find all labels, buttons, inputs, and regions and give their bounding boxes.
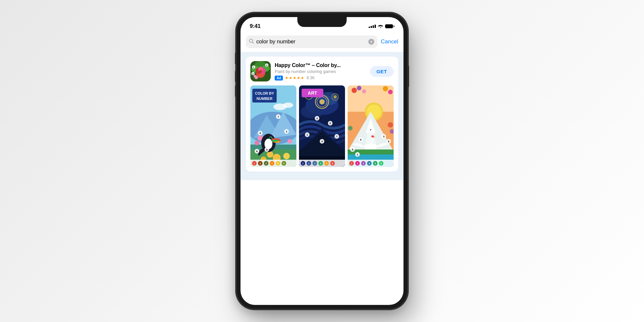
search-clear-button[interactable]: × bbox=[368, 39, 374, 45]
svg-text:4: 4 bbox=[369, 162, 370, 165]
svg-point-32 bbox=[255, 141, 259, 145]
app-rating-count: 8.3K bbox=[307, 76, 315, 80]
svg-text:5: 5 bbox=[375, 162, 376, 165]
search-area: color by number × Cancel bbox=[241, 33, 403, 52]
svg-point-71 bbox=[319, 99, 325, 104]
svg-point-38 bbox=[271, 137, 271, 138]
screenshot-3[interactable]: 7 5 3 1 5 6 bbox=[348, 85, 394, 167]
svg-text:5: 5 bbox=[260, 132, 261, 135]
wifi-icon bbox=[378, 24, 383, 29]
scene: 9:41 bbox=[0, 0, 644, 322]
svg-text:NUMBER: NUMBER bbox=[257, 97, 272, 101]
svg-point-121 bbox=[371, 135, 374, 137]
svg-point-106 bbox=[352, 88, 357, 93]
svg-point-75 bbox=[334, 95, 337, 99]
signal-bars-icon bbox=[369, 25, 376, 28]
svg-text:3: 3 bbox=[253, 66, 254, 68]
svg-point-109 bbox=[383, 86, 388, 91]
svg-point-10 bbox=[259, 70, 262, 73]
svg-text:2: 2 bbox=[260, 162, 261, 165]
svg-text:6: 6 bbox=[332, 162, 333, 165]
svg-text:2: 2 bbox=[357, 162, 358, 165]
svg-point-107 bbox=[357, 86, 361, 90]
svg-text:3: 3 bbox=[265, 162, 267, 165]
svg-text:5: 5 bbox=[360, 138, 362, 141]
svg-point-136 bbox=[348, 126, 353, 130]
screenshot-2[interactable]: 3 5 1 7 4 ART bbox=[299, 85, 345, 167]
signal-bar-4 bbox=[375, 25, 376, 28]
svg-point-118 bbox=[364, 144, 377, 149]
app-subtitle: Paint by number coloring games bbox=[275, 69, 366, 74]
svg-text:3: 3 bbox=[314, 162, 315, 165]
svg-text:6: 6 bbox=[388, 140, 390, 143]
svg-point-108 bbox=[362, 89, 366, 93]
svg-point-33 bbox=[288, 139, 292, 144]
svg-text:7: 7 bbox=[278, 115, 279, 118]
svg-text:3: 3 bbox=[286, 130, 288, 133]
signal-bar-3 bbox=[373, 25, 374, 28]
svg-line-1 bbox=[252, 42, 254, 43]
app-stars: ★★★★★ bbox=[285, 76, 305, 80]
app-card[interactable]: 3 8 6 Happy Color™ – Color by... Paint b… bbox=[246, 57, 398, 172]
app-info-row: 3 8 6 Happy Color™ – Color by... Paint b… bbox=[250, 61, 394, 81]
svg-text:3: 3 bbox=[383, 135, 385, 138]
svg-point-12 bbox=[254, 75, 256, 78]
status-time: 9:41 bbox=[250, 23, 261, 30]
svg-point-134 bbox=[388, 122, 393, 127]
svg-text:6: 6 bbox=[283, 162, 285, 165]
svg-text:1: 1 bbox=[357, 153, 358, 156]
svg-text:7: 7 bbox=[336, 135, 338, 138]
search-input-container[interactable]: color by number × bbox=[246, 35, 378, 48]
svg-point-30 bbox=[283, 153, 290, 159]
notch bbox=[297, 17, 347, 27]
signal-bar-1 bbox=[369, 27, 370, 28]
svg-text:4: 4 bbox=[320, 162, 321, 165]
svg-point-27 bbox=[267, 151, 273, 158]
svg-text:2: 2 bbox=[308, 162, 310, 165]
status-icons bbox=[369, 24, 394, 29]
ad-badge: Ad bbox=[275, 76, 283, 80]
svg-text:3: 3 bbox=[363, 162, 364, 165]
svg-text:5: 5 bbox=[277, 162, 279, 165]
svg-text:6: 6 bbox=[253, 73, 254, 75]
svg-text:5: 5 bbox=[330, 122, 331, 125]
svg-point-24 bbox=[283, 103, 293, 108]
svg-text:6: 6 bbox=[380, 162, 382, 165]
svg-text:3: 3 bbox=[316, 117, 318, 120]
screenshots-row: 7 5 3 3 6 COLOR BY bbox=[250, 85, 394, 167]
svg-text:7: 7 bbox=[370, 128, 372, 131]
app-details: Happy Color™ – Color by... Paint by numb… bbox=[275, 62, 366, 80]
screenshot-1[interactable]: 7 5 3 3 6 COLOR BY bbox=[250, 85, 296, 167]
svg-text:3: 3 bbox=[266, 148, 268, 151]
battery-icon bbox=[385, 24, 394, 28]
svg-text:1: 1 bbox=[307, 133, 308, 136]
search-input[interactable]: color by number bbox=[256, 38, 366, 45]
search-icon bbox=[249, 39, 254, 45]
svg-point-68 bbox=[301, 105, 324, 118]
svg-text:COLOR BY: COLOR BY bbox=[255, 91, 274, 95]
svg-point-37 bbox=[270, 137, 272, 139]
svg-text:4: 4 bbox=[271, 162, 273, 165]
search-bar: color by number × Cancel bbox=[246, 35, 398, 48]
svg-text:1: 1 bbox=[254, 162, 255, 165]
phone-screen: 9:41 bbox=[241, 17, 403, 305]
app-icon: 3 8 6 bbox=[250, 61, 271, 81]
svg-text:ART: ART bbox=[308, 90, 317, 96]
svg-text:1: 1 bbox=[351, 162, 352, 165]
svg-text:6: 6 bbox=[256, 150, 258, 153]
cancel-button[interactable]: Cancel bbox=[381, 38, 398, 45]
svg-text:4: 4 bbox=[321, 140, 323, 143]
svg-text:5: 5 bbox=[352, 148, 354, 151]
svg-text:1: 1 bbox=[302, 162, 304, 165]
app-name: Happy Color™ – Color by... bbox=[275, 62, 366, 68]
results-area: 3 8 6 Happy Color™ – Color by... Paint b… bbox=[241, 52, 403, 180]
phone-shell: 9:41 bbox=[237, 13, 407, 309]
get-button[interactable]: GET bbox=[370, 66, 394, 77]
svg-text:8: 8 bbox=[266, 64, 267, 66]
signal-bar-2 bbox=[371, 26, 372, 28]
svg-point-110 bbox=[388, 90, 393, 94]
svg-text:5: 5 bbox=[326, 162, 327, 165]
app-meta: Ad ★★★★★ 8.3K bbox=[275, 76, 366, 80]
